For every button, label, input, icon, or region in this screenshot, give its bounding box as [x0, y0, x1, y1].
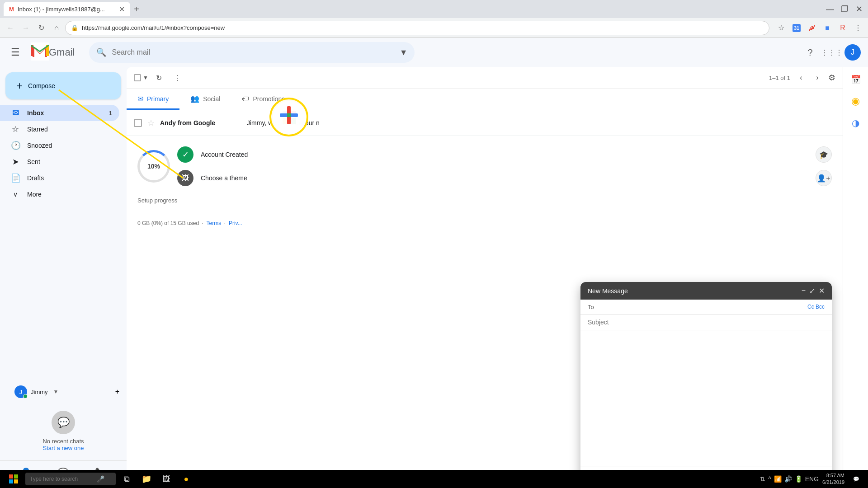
search-chevron-icon[interactable]: ▼	[400, 48, 408, 57]
taskbar-search[interactable]: 🎤	[25, 473, 116, 485]
compose-to-input[interactable]	[600, 303, 807, 310]
sidebar-inbox-label: Inbox	[27, 109, 102, 117]
close-button[interactable]: ✕	[854, 4, 864, 14]
select-all-chevron[interactable]: ▼	[143, 75, 148, 81]
system-clock[interactable]: 8:57 AM 6/21/2019	[822, 472, 844, 486]
email-star[interactable]: ☆	[147, 118, 155, 128]
start-new-chat-link[interactable]: Start a new one	[7, 445, 119, 451]
minimize-button[interactable]: —	[825, 4, 835, 14]
compose-controls: − ⤢ ✕	[802, 286, 825, 295]
tab-primary[interactable]: ✉ Primary	[127, 89, 179, 110]
more-options-emails-button[interactable]: ⋮	[170, 70, 184, 85]
compose-close-button[interactable]: ✕	[819, 286, 825, 295]
add-user-button[interactable]: +	[115, 388, 119, 396]
address-bar[interactable]: 🔒	[65, 21, 769, 35]
calendar-right-icon[interactable]: 📅	[847, 70, 865, 89]
compose-subject-input[interactable]	[588, 319, 825, 326]
search-bar[interactable]: 🔍 ▼	[89, 42, 415, 63]
email-tabs: ✉ Primary 👥 Social 🏷 Promotions	[127, 89, 843, 110]
compose-button[interactable]: + Compose	[5, 72, 121, 99]
gmail-m-logo	[31, 42, 49, 62]
setup-item-account: ✓ Account Created 🎓	[177, 146, 832, 163]
extension-icon-2[interactable]: 🌶	[806, 22, 818, 34]
taskbar-tray: ⇅ ^ 📶 🔊 🔋 ENG 8:57 AM 6/21/2019 💬	[760, 471, 864, 487]
language-icon[interactable]: ENG	[805, 475, 819, 483]
terms-link[interactable]: Terms	[207, 220, 222, 226]
sidebar-item-sent[interactable]: ➤ Sent	[0, 154, 119, 170]
home-button[interactable]: ⌂	[50, 21, 63, 35]
back-button[interactable]: ←	[4, 21, 17, 35]
url-input[interactable]	[82, 24, 764, 31]
contacts-right-icon[interactable]: ◑	[847, 114, 865, 132]
new-tab-button[interactable]: +	[130, 3, 143, 15]
apps-button[interactable]: ⋮⋮⋮	[823, 43, 841, 61]
account-right-icon[interactable]: 🎓	[816, 146, 832, 163]
compose-window-title: New Message	[588, 287, 802, 295]
compose-cc-bcc-button[interactable]: Cc Bcc	[807, 304, 825, 310]
main-menu-button[interactable]: ☰	[7, 43, 24, 62]
extension-icon-1[interactable]: 31	[790, 22, 803, 34]
sidebar-item-starred[interactable]: ☆ Starred	[0, 121, 119, 137]
compose-body-textarea[interactable]	[588, 334, 825, 460]
taskbar: 🎤 ⧉ 📁 🖼 ● ⇅ ^ 📶 🔊 🔋 ENG 8:57 AM 6/21/201…	[0, 470, 868, 488]
lock-icon: 🔒	[71, 24, 78, 31]
next-page-button[interactable]: ›	[810, 70, 825, 85]
gmail-header: ☰ Gmail 🔍 ▼	[0, 38, 868, 67]
table-row[interactable]: ☆ Andy from Google Jimmy, welcome to you…	[127, 110, 843, 136]
theme-right-icon[interactable]: 👤+	[816, 170, 832, 186]
starred-icon: ☆	[11, 124, 20, 134]
sidebar-item-drafts[interactable]: 📄 Drafts	[0, 170, 119, 186]
action-center-button[interactable]: 💬	[848, 471, 864, 487]
svg-text:31: 31	[794, 25, 799, 31]
prev-page-button[interactable]: ‹	[794, 70, 808, 85]
help-button[interactable]: ?	[801, 43, 819, 61]
user-chevron-icon: ▼	[53, 389, 59, 395]
sent-icon: ➤	[11, 157, 20, 167]
compose-body	[580, 330, 832, 466]
mic-icon[interactable]: 🎤	[97, 475, 104, 483]
maximize-button[interactable]: ❐	[839, 4, 850, 14]
extension-icon-3[interactable]: ■	[821, 22, 834, 34]
taskbar-chrome[interactable]: ●	[177, 471, 195, 487]
compose-expand-button[interactable]: ⤢	[809, 286, 815, 295]
more-options-button[interactable]: ⋮	[852, 22, 864, 34]
svg-rect-5	[287, 113, 291, 117]
taskbar-task-view[interactable]: ⧉	[118, 471, 136, 487]
gmail-logo-text: Gmail	[49, 47, 75, 58]
refresh-button[interactable]: ↻	[34, 21, 48, 35]
sidebar-item-inbox[interactable]: ✉ Inbox 1	[0, 105, 119, 121]
sidebar: + Compose ✉ Inbox 1 ☆ Starred 🕐 Snoozed	[0, 67, 127, 488]
email-checkbox[interactable]	[134, 119, 142, 127]
sidebar-sent-label: Sent	[27, 158, 112, 165]
header-right-actions: ? ⋮⋮⋮ J	[801, 43, 861, 61]
sidebar-item-more[interactable]: ∨ More	[0, 186, 119, 202]
taskbar-explorer[interactable]: 📁	[137, 471, 156, 487]
taskbar-photos[interactable]: 🖼	[157, 471, 175, 487]
show-hidden-icons[interactable]: ^	[768, 475, 771, 483]
search-input[interactable]	[112, 48, 394, 56]
user-avatar: J	[14, 385, 27, 398]
sidebar-item-snoozed[interactable]: 🕐 Snoozed	[0, 137, 119, 154]
settings-button[interactable]: ⚙	[828, 73, 835, 83]
star-button[interactable]: ☆	[775, 22, 788, 34]
taskbar-search-input[interactable]	[30, 476, 93, 482]
inbox-icon: ✉	[11, 108, 20, 118]
start-button[interactable]	[4, 471, 24, 487]
tab-close-btn[interactable]: ✕	[119, 5, 125, 14]
sidebar-user[interactable]: J Jimmy ▼	[11, 382, 62, 402]
user-name-label: Jimmy	[31, 389, 48, 395]
tasks-right-icon[interactable]: ◉	[847, 92, 865, 110]
select-all-checkbox[interactable]	[134, 74, 141, 81]
tab-social[interactable]: 👥 Social	[179, 89, 231, 110]
forward-button[interactable]: →	[19, 21, 33, 35]
battery-icon[interactable]: 🔋	[795, 475, 802, 483]
refresh-emails-button[interactable]: ↻	[152, 70, 166, 85]
privacy-link[interactable]: Priv...	[229, 220, 242, 226]
network-icon[interactable]: 📶	[774, 475, 782, 483]
volume-icon[interactable]: 🔊	[784, 475, 792, 483]
avatar[interactable]: J	[844, 44, 861, 61]
extension-icon-4[interactable]: R	[836, 22, 849, 34]
tab-favicon: M	[9, 6, 14, 13]
compose-minimize-button[interactable]: −	[802, 286, 806, 295]
browser-tab[interactable]: M Inbox (1) - jimmywells31887@g... ✕	[4, 2, 130, 16]
